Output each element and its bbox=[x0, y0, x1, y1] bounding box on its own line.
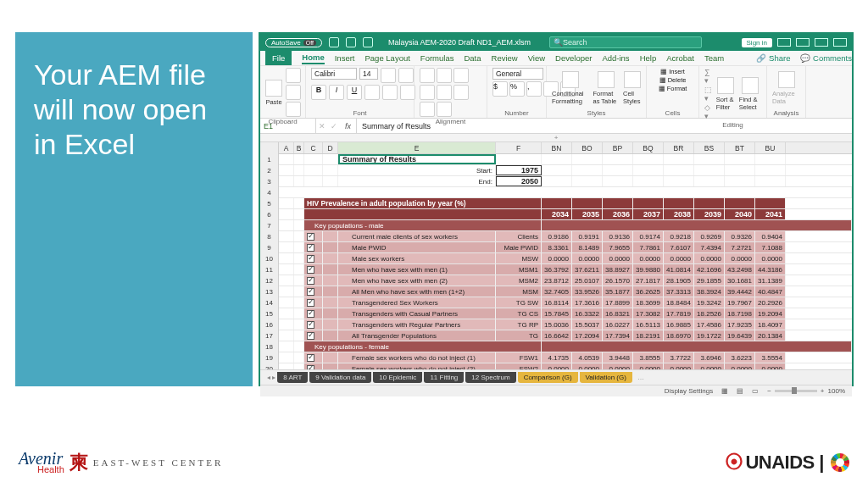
data-cell[interactable]: 0.9186 bbox=[542, 231, 572, 241]
row-label[interactable]: Men who have sex with men (2) bbox=[338, 275, 496, 286]
menu-formulas[interactable]: Formulas bbox=[420, 53, 454, 63]
format-as-table-button[interactable]: Format as Table bbox=[593, 71, 620, 105]
row-label[interactable]: All Men who have sex with men (1+2) bbox=[338, 286, 496, 297]
conditional-formatting-button[interactable]: Conditional Formatting bbox=[552, 71, 589, 105]
data-cell[interactable]: 0.9269 bbox=[694, 231, 725, 241]
grid[interactable]: A B C D E F BN BO BP BQ BR BS BT BU 1 Su… bbox=[260, 142, 852, 369]
align-left-icon[interactable] bbox=[437, 85, 452, 100]
data-cell[interactable]: 18.3699 bbox=[633, 297, 664, 308]
fx-icon[interactable]: fx bbox=[340, 119, 357, 133]
percent-icon[interactable]: % bbox=[509, 81, 525, 97]
font-name[interactable]: Calibri bbox=[311, 68, 357, 80]
row-code[interactable]: FSW1 bbox=[496, 352, 542, 363]
copy-icon[interactable] bbox=[286, 85, 301, 100]
data-cell[interactable]: 0.0000 bbox=[664, 363, 694, 369]
redo-icon[interactable] bbox=[363, 37, 373, 47]
data-cell[interactable]: 36.2625 bbox=[633, 286, 664, 297]
analyze-data-button[interactable]: Analyze Data bbox=[772, 71, 800, 105]
ribbon-options-icon[interactable] bbox=[777, 38, 791, 47]
data-cell[interactable]: 0.0000 bbox=[664, 253, 694, 263]
name-box[interactable]: E1 bbox=[260, 119, 316, 133]
data-cell[interactable]: 25.0107 bbox=[572, 275, 603, 286]
underline-icon[interactable]: U bbox=[347, 85, 362, 100]
data-cell[interactable]: 3.5554 bbox=[755, 352, 786, 363]
data-cell[interactable]: 19.2094 bbox=[755, 308, 786, 319]
data-cell[interactable]: 3.6946 bbox=[694, 352, 725, 363]
display-settings[interactable]: Display Settings bbox=[665, 387, 713, 395]
merge-icon[interactable] bbox=[437, 102, 452, 117]
data-cell[interactable]: 0.0000 bbox=[572, 253, 603, 263]
sign-in-button[interactable]: Sign in bbox=[742, 38, 772, 47]
menu-home[interactable]: Home bbox=[302, 53, 324, 64]
cell-styles-button[interactable]: Cell Styles bbox=[623, 71, 641, 105]
row-label[interactable]: Men who have sex with men (1) bbox=[338, 264, 496, 274]
data-cell[interactable]: 0.0000 bbox=[542, 253, 572, 263]
data-cell[interactable]: 41.0814 bbox=[664, 264, 694, 274]
data-cell[interactable]: 0.0000 bbox=[755, 363, 786, 369]
row-label[interactable]: Female sex workers who do not inject (1) bbox=[338, 352, 496, 363]
data-cell[interactable]: 0.0000 bbox=[755, 253, 786, 263]
data-cell[interactable]: 8.1489 bbox=[572, 242, 603, 252]
data-cell[interactable]: 15.5037 bbox=[572, 319, 603, 330]
data-cell[interactable]: 27.1817 bbox=[633, 275, 664, 286]
data-cell[interactable]: 7.4394 bbox=[694, 242, 725, 252]
row-code[interactable]: MSM bbox=[496, 286, 542, 297]
row-label[interactable]: All Transgender Populations bbox=[338, 330, 496, 341]
row-label[interactable]: Transgendered Sex Workers bbox=[338, 297, 496, 308]
data-cell[interactable]: 38.8927 bbox=[603, 264, 633, 274]
data-cell[interactable]: 18.8484 bbox=[664, 297, 694, 308]
data-cell[interactable]: 0.0000 bbox=[603, 253, 633, 263]
data-cell[interactable]: 17.4586 bbox=[694, 319, 725, 330]
orientation-icon[interactable] bbox=[420, 85, 435, 100]
data-cell[interactable]: 18.2526 bbox=[694, 308, 725, 319]
data-cell[interactable]: 17.9235 bbox=[725, 319, 755, 330]
bold-icon[interactable]: B bbox=[311, 85, 326, 100]
data-cell[interactable]: 16.3322 bbox=[572, 308, 603, 319]
data-cell[interactable]: 0.9174 bbox=[633, 231, 664, 241]
data-cell[interactable]: 3.6223 bbox=[725, 352, 755, 363]
tab-epidemic[interactable]: 10 Epidemic bbox=[373, 372, 422, 383]
data-cell[interactable]: 30.1681 bbox=[725, 275, 755, 286]
data-cell[interactable]: 40.4847 bbox=[755, 286, 786, 297]
data-cell[interactable]: 20.2926 bbox=[755, 297, 786, 308]
data-cell[interactable]: 38.3924 bbox=[694, 286, 725, 297]
menu-team[interactable]: Team bbox=[704, 53, 724, 63]
italic-icon[interactable]: I bbox=[329, 85, 344, 100]
data-cell[interactable]: 35.1877 bbox=[603, 286, 633, 297]
formula-input[interactable]: Summary of Results bbox=[357, 122, 852, 130]
row-label[interactable]: Female sex workers who do not inject (2) bbox=[338, 363, 496, 369]
fill-color-icon[interactable] bbox=[382, 85, 398, 100]
delete-cells-button[interactable]: ▦ Delete bbox=[659, 76, 687, 84]
format-painter-icon[interactable] bbox=[286, 102, 301, 117]
tab-spectrum[interactable]: 12 Spectrum bbox=[465, 372, 515, 383]
data-cell[interactable]: 18.2191 bbox=[633, 330, 664, 341]
data-cell[interactable]: 16.5113 bbox=[633, 319, 664, 330]
data-cell[interactable]: 19.3242 bbox=[694, 297, 725, 308]
menu-developer[interactable]: Developer bbox=[555, 53, 592, 63]
data-cell[interactable]: 19.6439 bbox=[725, 330, 755, 341]
data-cell[interactable]: 23.8712 bbox=[542, 275, 572, 286]
data-cell[interactable]: 3.9448 bbox=[603, 352, 633, 363]
search-input[interactable]: 🔍 Search bbox=[549, 36, 702, 48]
zoom-slider[interactable]: −+100% bbox=[767, 387, 845, 395]
data-cell[interactable]: 0.9404 bbox=[755, 231, 786, 241]
data-cell[interactable]: 0.0000 bbox=[694, 363, 725, 369]
data-cell[interactable]: 8.3361 bbox=[542, 242, 572, 252]
row-label[interactable]: Male sex workers bbox=[338, 253, 496, 263]
data-cell[interactable]: 7.1088 bbox=[755, 242, 786, 252]
border-icon[interactable] bbox=[364, 85, 380, 100]
data-cell[interactable]: 33.9526 bbox=[572, 286, 603, 297]
row-label[interactable]: Male PWID bbox=[338, 242, 496, 252]
row-code[interactable]: MSM2 bbox=[496, 275, 542, 286]
data-cell[interactable]: 19.7967 bbox=[725, 297, 755, 308]
data-cell[interactable]: 29.1855 bbox=[694, 275, 725, 286]
data-cell[interactable]: 19.1722 bbox=[694, 330, 725, 341]
align-center-icon[interactable] bbox=[453, 85, 469, 100]
data-cell[interactable]: 17.7819 bbox=[664, 308, 694, 319]
menu-data[interactable]: Data bbox=[464, 53, 481, 63]
align-middle-icon[interactable] bbox=[437, 68, 452, 83]
data-cell[interactable]: 20.1384 bbox=[755, 330, 786, 341]
insert-cells-button[interactable]: ▦ Insert bbox=[660, 68, 685, 75]
data-cell[interactable]: 43.2498 bbox=[725, 264, 755, 274]
align-bottom-icon[interactable] bbox=[453, 68, 469, 83]
